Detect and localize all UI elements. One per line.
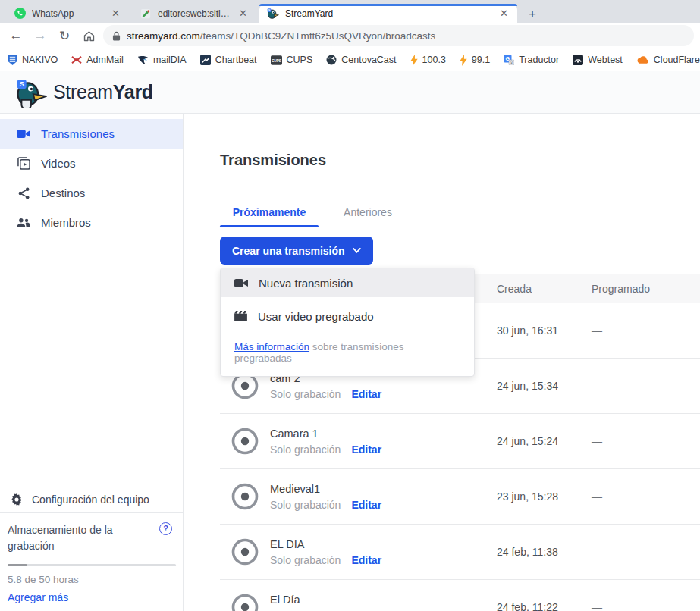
bookmark-maildia[interactable]: mailDIA <box>137 55 187 65</box>
chart-arrow-icon <box>200 55 211 65</box>
url-path: /teams/TQDhBC9ZNTmft6z5UsQVRyon/broadcas… <box>200 30 436 42</box>
new-tab-button[interactable]: + <box>523 5 541 24</box>
chevron-down-icon <box>353 248 361 253</box>
edit-link[interactable]: Editar <box>351 499 381 511</box>
close-icon[interactable]: ✕ <box>237 8 249 19</box>
storage-usage-text: 5.8 de 50 horas <box>8 574 172 585</box>
table-row[interactable]: El Día Solo grabaciónEditar 24 feb, 11:2… <box>220 580 700 611</box>
browser-tab-strip: WhatsApp ✕ editoresweb:sitioweb:eldia.co… <box>0 0 700 23</box>
sidebar-item-destinos[interactable]: Destinos <box>0 178 183 208</box>
bookmarks-bar: NAKIVO AdmMail mailDIA Chartbeat CUPS CU… <box>0 49 700 71</box>
create-broadcast-button[interactable]: Crear una transmisión <box>220 237 373 265</box>
reload-icon[interactable]: ↻ <box>55 26 74 45</box>
edit-link[interactable]: Editar <box>351 554 381 566</box>
cups-icon: CUPS <box>271 55 282 65</box>
storage-panel: Almacenamiento de la grabación ? 5.8 de … <box>0 512 183 611</box>
page-title: Transmisiones <box>220 152 326 169</box>
close-icon[interactable]: ✕ <box>110 8 121 19</box>
app-header: S StreamYard <box>0 71 700 114</box>
mas-informacion-link[interactable]: Más información <box>234 341 309 352</box>
table-row[interactable]: EL DIA Solo grabaciónEditar 24 feb, 11:3… <box>220 525 700 580</box>
whatsapp-icon <box>14 8 26 20</box>
bookmark-cloudflare[interactable]: CloudFlare <box>636 55 700 65</box>
share-icon <box>17 187 30 199</box>
mail-x-icon <box>71 55 82 64</box>
col-creada: Creada <box>497 283 592 295</box>
broadcast-title: Medieval1 <box>270 483 381 495</box>
bookmark-radio-99-1[interactable]: 99.1 <box>460 55 490 66</box>
people-icon <box>17 218 30 227</box>
broadcast-title: Camara 1 <box>270 428 381 440</box>
lightning-icon <box>410 55 418 66</box>
broadcast-type: Solo grabación <box>270 388 341 400</box>
app-layout: Transmisiones Videos Destinos Miembros <box>0 114 700 611</box>
create-broadcast-dropdown: Nueva transmisión Usar video pregrabado … <box>220 268 475 377</box>
bookmark-nakivo[interactable]: NAKIVO <box>8 55 58 66</box>
broadcast-title: El Día <box>270 594 381 606</box>
team-settings-button[interactable]: Configuración del equipo <box>0 487 183 512</box>
broadcast-tabs: Próximamente Anteriores <box>184 197 700 227</box>
bookmark-cups[interactable]: CUPS CUPS <box>271 55 313 65</box>
streamyard-favicon: S <box>267 8 279 20</box>
sidebar-item-label: Miembros <box>41 216 91 229</box>
bird-icon <box>137 55 149 65</box>
sidebar-item-label: Destinos <box>41 186 85 199</box>
record-icon <box>231 427 259 456</box>
table-row[interactable]: Camara 1 Solo grabaciónEditar 24 jun, 15… <box>220 414 700 469</box>
svg-text:S: S <box>19 80 24 88</box>
col-programado: Programado <box>592 283 700 295</box>
forward-icon[interactable]: → <box>30 26 50 45</box>
browser-tab-editoresweb[interactable]: editoresweb:sitioweb:eldia.co ✕ <box>132 4 256 23</box>
record-icon <box>231 593 259 611</box>
sidebar-item-miembros[interactable]: Miembros <box>0 208 183 237</box>
record-icon <box>231 482 259 511</box>
dropdown-footer: Más información sobre transmisiones preg… <box>221 331 474 376</box>
tab-title: editoresweb:sitioweb:eldia.co <box>158 8 231 19</box>
menu-item-nueva-transmision[interactable]: Nueva transmisión <box>221 268 474 297</box>
browser-tab-streamyard[interactable]: S StreamYard ✕ <box>259 4 517 23</box>
help-icon[interactable]: ? <box>159 522 172 535</box>
record-icon <box>231 537 259 566</box>
tab-title: StreamYard <box>285 8 492 19</box>
translate-icon: G文 <box>504 55 514 65</box>
streamyard-logo[interactable]: S StreamYard <box>15 77 153 108</box>
sidebar-item-videos[interactable]: Videos <box>0 149 183 178</box>
lightning-icon <box>460 55 467 66</box>
browser-toolbar: ← → ↻ streamyard.com/teams/TQDhBC9ZNTmft… <box>0 23 700 49</box>
cloud-icon <box>636 56 649 64</box>
bookmark-traductor[interactable]: G文 Traductor <box>504 55 559 65</box>
gauge-icon <box>573 55 583 65</box>
close-icon[interactable]: ✕ <box>498 8 510 19</box>
sidebar-item-transmisiones[interactable]: Transmisiones <box>0 119 183 149</box>
bookmark-centovacast[interactable]: CentovaCast <box>326 55 396 65</box>
menu-item-usar-video-pregrabado[interactable]: Usar video pregrabado <box>221 302 474 331</box>
sidebar-spacer <box>0 237 183 487</box>
bookmark-webtest[interactable]: Webtest <box>573 55 623 65</box>
globe-icon <box>326 55 337 65</box>
tab-anteriores[interactable]: Anteriores <box>319 197 417 227</box>
video-library-icon <box>17 157 30 170</box>
bookmark-chartbeat[interactable]: Chartbeat <box>200 55 257 65</box>
add-more-link[interactable]: Agregar más <box>8 591 172 603</box>
broadcast-type: Solo grabación <box>270 554 341 566</box>
svg-text:CUPS: CUPS <box>272 58 281 62</box>
svg-text:文: 文 <box>510 60 514 64</box>
edit-link[interactable]: Editar <box>351 388 381 400</box>
clapperboard-icon <box>234 311 247 321</box>
editor-page-icon <box>140 8 152 20</box>
brand-name: StreamYard <box>53 81 153 103</box>
broadcast-title: EL DIA <box>270 538 381 550</box>
browser-tab-whatsapp[interactable]: WhatsApp ✕ <box>6 4 129 23</box>
back-icon[interactable]: ← <box>6 26 26 45</box>
tab-proximamente[interactable]: Próximamente <box>220 197 319 227</box>
table-row[interactable]: Medieval1 Solo grabaciónEditar 23 jun, 1… <box>220 469 700 525</box>
bookmark-admmail[interactable]: AdmMail <box>71 55 124 65</box>
broadcast-type: Solo grabación <box>270 499 341 511</box>
tab-title: WhatsApp <box>32 8 104 19</box>
bookmark-radio-100-3[interactable]: 100.3 <box>410 55 446 66</box>
home-icon[interactable] <box>79 26 99 45</box>
address-bar[interactable]: streamyard.com/teams/TQDhBC9ZNTmft6z5UsQ… <box>103 25 694 46</box>
storage-title: Almacenamiento de la grabación <box>8 522 137 555</box>
storage-progress-bar <box>8 564 176 566</box>
edit-link[interactable]: Editar <box>351 443 381 456</box>
